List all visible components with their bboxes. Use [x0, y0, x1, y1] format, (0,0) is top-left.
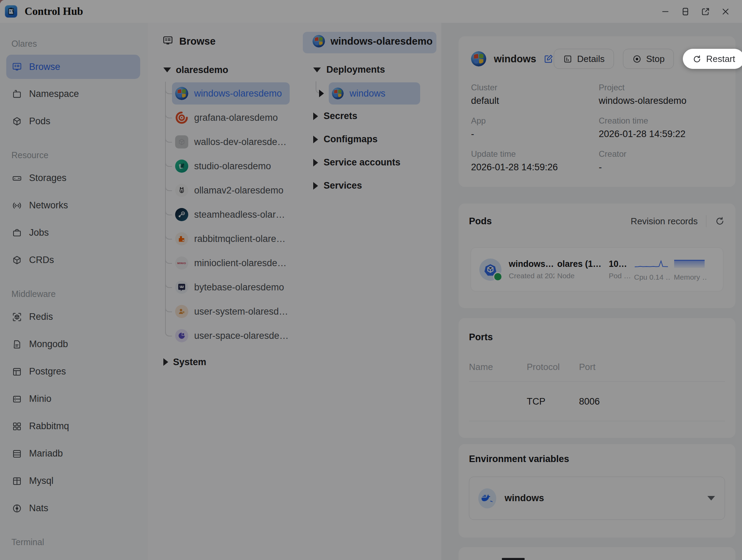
tree-item-ollamav2[interactable]: ollamav2-olaresdemo — [172, 178, 291, 202]
sidebar-item-pods[interactable]: Pods — [0, 108, 148, 135]
pod-row[interactable]: windows… Created at 202 olares (1… Node … — [471, 247, 723, 291]
tree-root-label: System — [173, 357, 206, 368]
open-in-new-icon[interactable] — [701, 7, 710, 16]
sidebar-item-label: Jobs — [29, 227, 49, 238]
sidebar-item-olares-terminal[interactable]: Olares — [0, 551, 148, 560]
edit-icon[interactable] — [543, 54, 554, 64]
ollama-icon — [175, 184, 188, 197]
sidebar-item-crds[interactable]: CRDs — [0, 246, 148, 274]
redis-cube-icon — [11, 311, 22, 323]
sidebar-item-rabbitmq[interactable]: Rabbitmq — [0, 413, 148, 440]
cube-icon — [11, 255, 22, 266]
drive-icon — [11, 394, 22, 405]
close-icon[interactable] — [721, 7, 730, 16]
sidebar-item-minio[interactable]: Minio — [0, 385, 148, 413]
refresh-icon[interactable] — [715, 216, 725, 226]
env-container-row[interactable]: windows — [469, 477, 725, 520]
tree-group-services[interactable]: Services — [298, 174, 441, 197]
cpu-sparkline-chart — [634, 258, 669, 270]
panel-title: Browse — [179, 36, 216, 47]
tree-item-minioclient[interactable]: MINIOminioclient-olaresde… — [172, 251, 294, 275]
tree-group-service-accounts[interactable]: Service accounts — [298, 151, 441, 174]
pod-name-col: windows… Created at 202 — [509, 259, 554, 280]
sidebar-item-networks[interactable]: Networks — [0, 192, 148, 219]
pod-cpu-col: Cpu 0.14 … — [634, 258, 670, 281]
tree-item-user-system[interactable]: user-system-olaresd… — [172, 299, 296, 324]
stop-button[interactable]: Stop — [623, 49, 674, 69]
app-logo-icon — [5, 5, 17, 18]
chevron-expanded-icon — [313, 67, 321, 72]
details-button[interactable]: Details — [554, 49, 614, 69]
chevron-collapsed-icon — [313, 159, 318, 166]
info-field: App - — [471, 116, 599, 139]
storage-icon — [11, 173, 22, 184]
env-card: Environment variables windows — [459, 444, 735, 538]
tree-item-windows-olaresdemo[interactable]: windows-olaresdemo — [172, 81, 290, 106]
tree-root-label: olaresdemo — [176, 65, 228, 75]
sidebar-item-mysql[interactable]: Mysql — [0, 467, 148, 495]
sidebar-item-redis[interactable]: Redis — [0, 303, 148, 331]
tree-root-olaresdemo[interactable]: olaresdemo — [148, 58, 298, 82]
info-field: Cluster default — [471, 83, 599, 106]
revision-records-link[interactable]: Revision records — [631, 216, 698, 227]
tree-item-bytebase[interactable]: bytebase-olaresdemo — [172, 275, 292, 299]
minimize-icon[interactable] — [661, 7, 670, 16]
sidebar-item-mariadb[interactable]: Mariadb — [0, 440, 148, 467]
tree-group-deployments[interactable]: Deployments — [298, 58, 441, 81]
project-panel: windows-olaresdemo Deployments windows S… — [298, 23, 442, 560]
maximize-icon[interactable] — [681, 7, 690, 16]
sidebar-item-browse[interactable]: Browse — [6, 55, 140, 79]
tree-item-steamheadless[interactable]: steamheadless-olar… — [172, 202, 293, 227]
windows-logo-icon — [471, 51, 486, 66]
tree-item-wallos-dev[interactable]: wallos-dev-olaresde… — [172, 130, 294, 154]
tree-item-rabbitmqclient[interactable]: rabbitmqclient-olare… — [172, 227, 293, 251]
title-bar: Control Hub — [0, 0, 742, 23]
info-field: Creator - — [599, 149, 725, 173]
tree-root-system[interactable]: System — [148, 350, 298, 374]
sidebar-item-mongodb[interactable]: Mongodb — [0, 331, 148, 358]
sidebar-item-label: Redis — [29, 311, 53, 322]
tree-item-grafana-olaresdemo[interactable]: grafana-olaresdemo — [172, 106, 286, 130]
pods-card: Pods Revision records windows… Created a… — [459, 204, 735, 308]
section-label: Terminal — [0, 522, 148, 551]
sidebar-item-label: Nats — [29, 503, 48, 514]
browse-icon — [11, 61, 22, 72]
sidebar-item-label: Mysql — [29, 476, 54, 486]
tree-item-studio[interactable]: studio-olaresdemo — [172, 154, 279, 178]
broadcast-icon — [11, 200, 22, 211]
next-card-partial — [459, 547, 735, 560]
pod-icon — [479, 259, 501, 281]
studio-icon — [175, 160, 188, 173]
chevron-collapsed-icon — [313, 182, 318, 190]
user-system-icon — [175, 305, 188, 318]
restart-icon — [692, 54, 702, 64]
restart-button[interactable]: Restart — [683, 49, 742, 69]
sidebar-item-nats[interactable]: Nats — [0, 495, 148, 522]
target-icon — [11, 503, 22, 514]
grafana-icon — [175, 111, 188, 124]
sidebar-item-storages[interactable]: Storages — [0, 164, 148, 192]
divider — [706, 215, 706, 227]
env-title: Environment variables — [469, 454, 569, 464]
app-summary-card: windows Details Stop Restart — [459, 36, 735, 187]
briefcase-icon — [11, 227, 22, 238]
table-icon — [11, 366, 22, 377]
sidebar-item-postgres[interactable]: Postgres — [0, 358, 148, 385]
app-title: Control Hub — [25, 5, 83, 18]
chevron-expanded-icon — [163, 67, 171, 72]
detail-panel: windows Details Stop Restart — [441, 23, 742, 560]
ports-title: Ports — [469, 332, 493, 342]
minio-icon: MINIO — [175, 256, 188, 270]
panel-title: windows-olaresdemo — [331, 36, 433, 47]
tree-item-windows-deployment[interactable]: windows — [319, 81, 420, 106]
browse-panel: Browse olaresdemo windows-olaresdemo gra… — [148, 23, 298, 560]
sidebar-item-label: Mongodb — [29, 339, 68, 350]
tree-group-configmaps[interactable]: Configmaps — [298, 128, 441, 151]
sidebar-item-namespace[interactable]: Namespace — [0, 80, 148, 108]
sidebar-item-jobs[interactable]: Jobs — [0, 219, 148, 246]
sidebar-item-label: Postgres — [29, 366, 66, 377]
tree-item-user-space[interactable]: user-space-olaresde… — [172, 324, 296, 348]
details-icon — [563, 54, 572, 64]
windows-logo-icon — [313, 35, 325, 47]
tree-group-secrets[interactable]: Secrets — [298, 105, 441, 128]
